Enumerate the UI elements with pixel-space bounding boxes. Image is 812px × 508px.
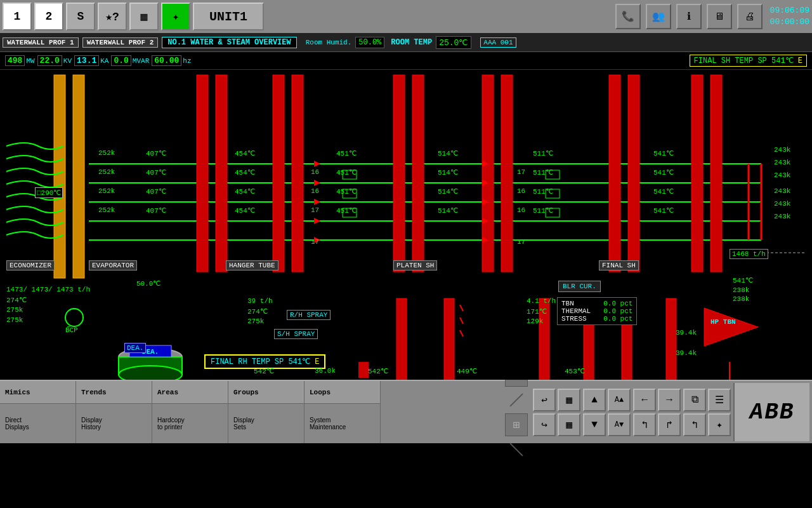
val-407-3: 407℃: [146, 187, 166, 196]
val-290: □290℃: [35, 187, 63, 198]
aaa-label: AAA 001: [480, 37, 516, 48]
mw-val: 498: [5, 55, 25, 66]
btn-1[interactable]: 1: [3, 3, 32, 30]
hz-unit: hz: [183, 57, 191, 65]
room-humid-val: 50.0%: [355, 37, 384, 48]
ka-unit: KA: [100, 57, 108, 65]
menu-btn[interactable]: ☰: [708, 389, 731, 411]
table-btn[interactable]: ▦: [558, 389, 580, 411]
icon-btn-monitor[interactable]: 🖥: [707, 4, 732, 29]
hardcopy-btn[interactable]: Hardcopyto printer: [152, 404, 228, 443]
up-btn[interactable]: ▲: [583, 389, 606, 411]
svg-text:HP TBN: HP TBN: [710, 318, 736, 326]
trends-label: Trends: [76, 381, 152, 404]
val-451-4: 451℃: [336, 206, 357, 215]
val-454-3: 454℃: [235, 187, 255, 196]
kv-unit: KV: [63, 57, 72, 65]
svg-rect-10: [273, 75, 284, 272]
spacer-2: [505, 438, 528, 461]
val-511-1: 511℃: [533, 149, 553, 157]
val-541-r1: 541℃: [733, 276, 753, 284]
val-514-3: 514℃: [438, 187, 458, 196]
flow-values: 1473/ 1473/ 1473 t/h: [6, 286, 90, 293]
btn-s[interactable]: S: [66, 3, 95, 30]
val-407-1: 407℃: [146, 149, 166, 157]
icon-btn-printer[interactable]: 🖨: [737, 4, 763, 29]
font-dn-btn[interactable]: A▼: [608, 413, 631, 436]
val-451-2: 451℃: [336, 168, 357, 177]
down-btn[interactable]: ▼: [583, 413, 606, 436]
btn-2[interactable]: 2: [34, 3, 63, 30]
room-humid-label: Room Humid.: [306, 39, 352, 46]
tbn-pct1: 0.0 pct: [603, 300, 632, 307]
val-16-4: 16: [517, 206, 525, 214]
sh-spray-label: S/H SPRAY: [274, 329, 318, 339]
direct-displays-btn[interactable]: DirectDisplays: [0, 404, 75, 443]
val-541-1: 541℃: [653, 149, 674, 157]
val-514-4: 514℃: [438, 206, 458, 215]
icon-btn-info[interactable]: ℹ: [676, 4, 702, 29]
val-243-3: 243k: [774, 171, 790, 179]
svg-rect-16: [609, 75, 620, 272]
svg-rect-13: [412, 75, 424, 272]
next-btn[interactable]: ↱: [658, 413, 681, 436]
abb-logo: ABB: [733, 383, 809, 441]
val-542-2: 542℃: [368, 367, 388, 375]
svg-rect-15: [501, 75, 513, 272]
val-16-3: 16: [517, 187, 525, 195]
second-bar: WATERWALL PROF 1 WATERWALL PROF 2 NO.1 W…: [0, 33, 812, 52]
svg-rect-25: [444, 298, 454, 380]
copy-btn[interactable]: ⧉: [683, 389, 706, 411]
btn-green[interactable]: ✦: [161, 3, 190, 30]
undo-btn[interactable]: ↩: [533, 389, 556, 411]
unit-title: UNIT1: [193, 3, 264, 30]
right-btn[interactable]: →: [658, 389, 681, 411]
display-sets-btn[interactable]: DisplaySets: [228, 404, 304, 443]
system-maintenance-btn[interactable]: SystemMaintenance: [304, 404, 380, 443]
svg-rect-22: [358, 362, 369, 378]
val-252-3: 252k: [98, 187, 115, 195]
thermal-label: THERMAL: [561, 307, 591, 315]
redo-btn[interactable]: ↪: [533, 413, 556, 436]
mw-unit: MW: [26, 57, 34, 65]
svg-rect-8: [197, 75, 208, 272]
val-243-4: 243k: [774, 187, 790, 195]
grid-icon-2: ⊞: [505, 413, 528, 436]
val-274c-b: 274℃: [247, 307, 268, 316]
val-243-5: 243k: [774, 200, 790, 208]
btn-star[interactable]: ★?: [98, 3, 127, 30]
left-btn[interactable]: ←: [633, 389, 656, 411]
platen-sh-label: PLATEN SH: [393, 260, 437, 271]
star-btn[interactable]: ✦: [708, 413, 731, 436]
tbn-stress-box: TBN THERMAL STRESS 0.0 pct 0.0 pct 0.0 p…: [557, 297, 637, 325]
hz-val: 60.00: [152, 55, 181, 66]
btn-grid[interactable]: ▦: [129, 3, 159, 30]
lock-btn[interactable]: ↰: [683, 413, 706, 436]
prev-btn[interactable]: ↰: [633, 413, 656, 436]
svg-rect-1: [54, 75, 65, 278]
val-243-6: 243k: [774, 213, 790, 220]
top-bar: 1 2 S ★? ▦ ✦ UNIT1 📞 👥 ℹ 🖥 🖨 09:06:09 00…: [0, 0, 812, 33]
val-50c: 50.0℃: [136, 279, 160, 288]
dea-label: DEA.: [124, 343, 146, 353]
table-btn-2[interactable]: ▦: [558, 413, 580, 436]
val-238k-2: 238k: [733, 295, 749, 303]
val-243-2: 243k: [774, 159, 790, 166]
icon-btn-person[interactable]: 👥: [646, 4, 671, 29]
clock: 09:06:09 00:00:00: [770, 5, 809, 28]
overview-label: NO.1 WATER & STEAM OVERVIEW: [162, 37, 296, 48]
display-history-btn[interactable]: DisplayHistory: [76, 404, 152, 443]
val-275k-a: 275k: [6, 306, 23, 314]
icon-btn-phone[interactable]: 📞: [615, 4, 641, 29]
mvar-unit: MVAR: [133, 57, 149, 65]
svg-rect-24: [396, 298, 407, 380]
font-up-btn[interactable]: A▲: [608, 389, 631, 411]
val-274c: 274℃: [6, 296, 27, 304]
toolbar-trends: Trends DisplayHistory: [76, 381, 152, 443]
toolbar-right: ⊞ ⊞ ↩ ▦ ↪ ▦ ▲ A▲ ▼ A▼ ← → ↰: [502, 381, 812, 443]
icon-group-2: ▲ A▲ ▼ A▼: [583, 389, 631, 436]
icon-group-4: ⧉ ☰ ↰ ✦: [683, 389, 731, 436]
val-243-1: 243k: [774, 146, 790, 154]
val-454-4: 454℃: [235, 206, 255, 215]
bcp-label: BCP: [65, 326, 78, 334]
